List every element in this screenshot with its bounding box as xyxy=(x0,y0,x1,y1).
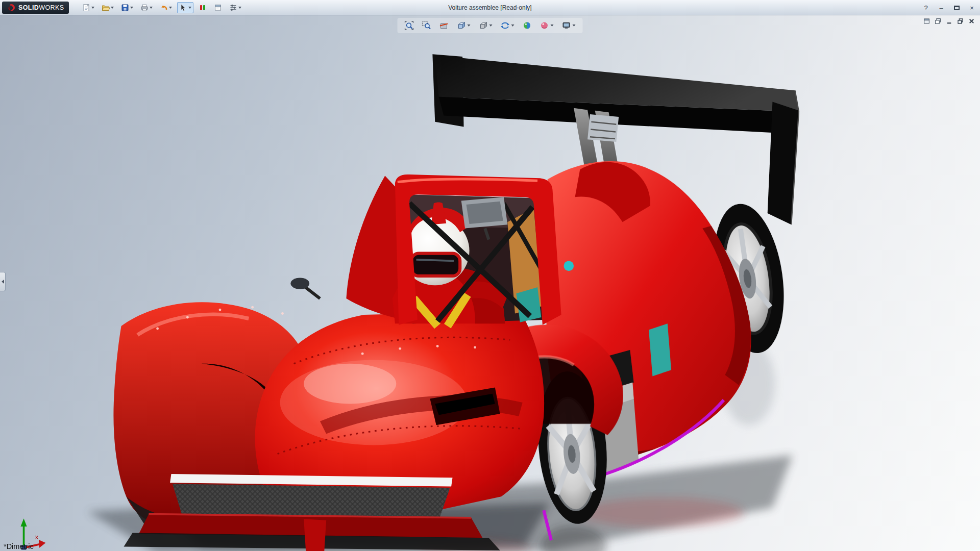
graphics-area[interactable]: x *Dimetric xyxy=(0,15,980,551)
edit-appearance-button[interactable] xyxy=(521,19,534,32)
save-button[interactable] xyxy=(119,2,135,13)
edit-color-button[interactable] xyxy=(197,2,209,13)
new-document-icon xyxy=(82,4,90,12)
3ds-swirl-icon xyxy=(7,4,15,12)
dropdown-caret[interactable] xyxy=(511,24,514,27)
edit-color-icon xyxy=(199,4,207,12)
zoom-to-area-icon xyxy=(422,21,431,30)
minimize-document-icon xyxy=(946,18,952,24)
section-view-icon xyxy=(439,21,449,30)
view-orientation-cube-icon xyxy=(457,21,466,30)
new-window-button[interactable] xyxy=(922,17,931,25)
undo-arrow-icon xyxy=(160,4,168,12)
solidworks-logo: SOLIDWORKS xyxy=(2,2,69,14)
display-style-cube-icon xyxy=(479,21,488,30)
title-bar: SOLIDWORKS xyxy=(0,0,980,15)
dropdown-caret[interactable] xyxy=(238,7,241,9)
new-document-button[interactable] xyxy=(80,2,96,13)
dropdown-caret[interactable] xyxy=(130,7,133,9)
undo-button[interactable] xyxy=(158,2,174,13)
section-view-button[interactable] xyxy=(437,19,451,32)
collapse-arrow-icon xyxy=(2,280,4,284)
3d-scene[interactable]: x xyxy=(0,15,980,551)
dropdown-caret[interactable] xyxy=(150,7,153,9)
document-window-controls xyxy=(922,17,976,25)
minimize-button[interactable]: – xyxy=(936,3,946,13)
hide-show-items-icon xyxy=(501,21,510,30)
restore-document-button[interactable] xyxy=(956,17,965,25)
display-style-button[interactable] xyxy=(477,19,495,32)
maximize-icon xyxy=(954,6,960,10)
restore-document-icon xyxy=(957,18,964,24)
drawing-sheet-icon xyxy=(214,4,222,12)
edit-appearance-globe-icon xyxy=(523,21,532,30)
minimize-document-button[interactable] xyxy=(945,17,953,25)
apply-scene-button[interactable] xyxy=(538,19,556,32)
open-folder-icon xyxy=(102,4,110,12)
triad-x-label: x xyxy=(35,533,39,541)
standard-toolbar xyxy=(80,2,243,13)
print-button[interactable] xyxy=(138,2,155,13)
logo-text: SOLIDWORKS xyxy=(18,4,64,11)
cascade-windows-icon xyxy=(935,18,941,24)
dropdown-caret[interactable] xyxy=(551,24,554,27)
print-icon xyxy=(140,4,149,12)
drawing-sheet-button[interactable] xyxy=(212,2,224,13)
window-controls: ? – × xyxy=(921,0,977,15)
options-button[interactable] xyxy=(227,2,243,13)
zoom-to-fit-button[interactable] xyxy=(403,19,416,32)
open-button[interactable] xyxy=(100,2,116,13)
view-settings-button[interactable] xyxy=(560,19,578,32)
close-button[interactable]: × xyxy=(967,3,977,13)
options-sliders-icon xyxy=(229,4,237,12)
zoom-to-area-button[interactable] xyxy=(420,19,433,32)
side-mirror xyxy=(290,278,320,299)
apply-scene-ball-icon xyxy=(540,21,549,30)
select-cursor-icon xyxy=(179,4,187,12)
select-button[interactable] xyxy=(177,2,193,13)
window-title: Voiture assemblee [Read-only] xyxy=(448,4,531,11)
dropdown-caret[interactable] xyxy=(188,7,191,9)
dropdown-caret[interactable] xyxy=(169,7,172,9)
dropdown-caret[interactable] xyxy=(468,24,471,27)
view-orientation-label: *Dimetric xyxy=(4,542,34,550)
new-window-icon xyxy=(923,18,930,24)
dropdown-caret[interactable] xyxy=(91,7,94,9)
headsup-view-toolbar xyxy=(398,18,583,33)
view-orientation-button[interactable] xyxy=(455,19,473,32)
dropdown-caret[interactable] xyxy=(111,7,114,9)
cockpit-part[interactable] xyxy=(290,174,561,326)
save-floppy-icon xyxy=(121,4,129,12)
feature-tree-collapse-tab[interactable] xyxy=(0,272,6,291)
view-settings-icon xyxy=(562,21,571,30)
hide-show-items-button[interactable] xyxy=(499,19,517,32)
dropdown-caret[interactable] xyxy=(573,24,576,27)
cascade-windows-button[interactable] xyxy=(934,17,942,25)
maximize-button[interactable] xyxy=(951,3,962,13)
dropdown-caret[interactable] xyxy=(489,24,493,27)
close-document-button[interactable] xyxy=(967,17,976,25)
close-document-icon xyxy=(968,18,975,24)
zoom-to-fit-icon xyxy=(405,21,414,30)
help-button[interactable]: ? xyxy=(921,3,931,13)
